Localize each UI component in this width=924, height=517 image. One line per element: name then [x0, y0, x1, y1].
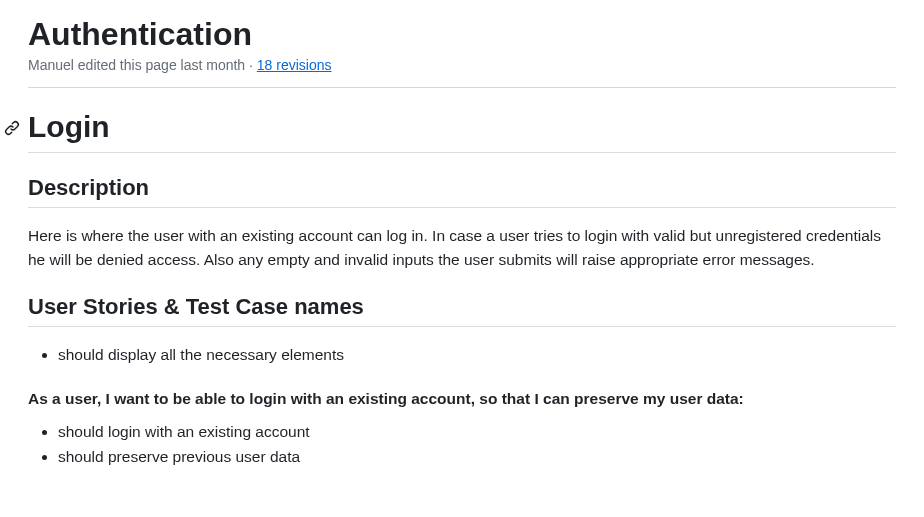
revisions-link[interactable]: 18 revisions: [257, 57, 332, 73]
meta-text: Manuel edited this page last month ·: [28, 57, 257, 73]
test-case-list: should display all the necessary element…: [28, 343, 896, 368]
section-heading-login: Login: [28, 110, 896, 153]
page-meta: Manuel edited this page last month · 18 …: [28, 57, 896, 88]
user-stories-heading: User Stories & Test Case names: [28, 294, 896, 327]
link-icon[interactable]: [4, 120, 20, 136]
login-heading: Login: [28, 110, 896, 144]
page-title: Authentication: [28, 16, 896, 53]
list-item: should preserve previous user data: [58, 445, 896, 470]
test-case-list: should login with an existing account sh…: [28, 420, 896, 470]
list-item: should login with an existing account: [58, 420, 896, 445]
user-story-heading: As a user, I want to be able to login wi…: [28, 390, 896, 408]
description-text: Here is where the user with an existing …: [28, 224, 896, 272]
list-item: should display all the necessary element…: [58, 343, 896, 368]
description-heading: Description: [28, 175, 896, 208]
